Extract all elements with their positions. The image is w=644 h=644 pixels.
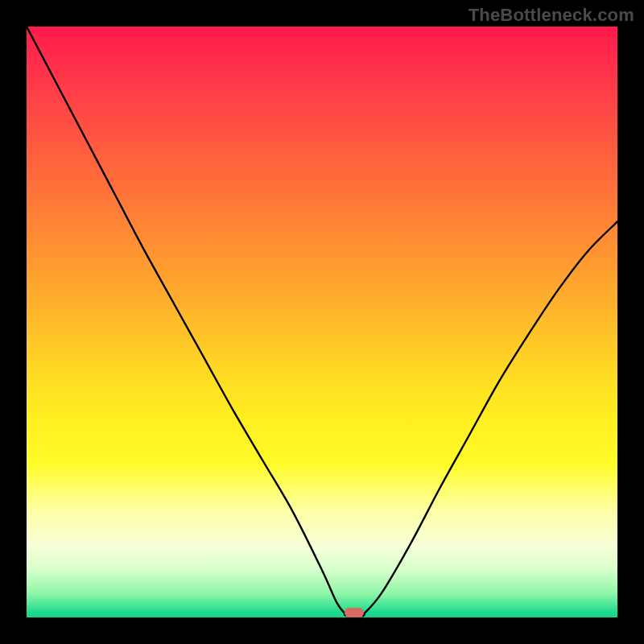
chart-frame: TheBottleneck.com: [0, 0, 644, 644]
plot-area: [27, 27, 617, 617]
watermark-text: TheBottleneck.com: [469, 5, 634, 26]
min-marker: [345, 608, 364, 617]
bottleneck-curve: [27, 27, 617, 617]
